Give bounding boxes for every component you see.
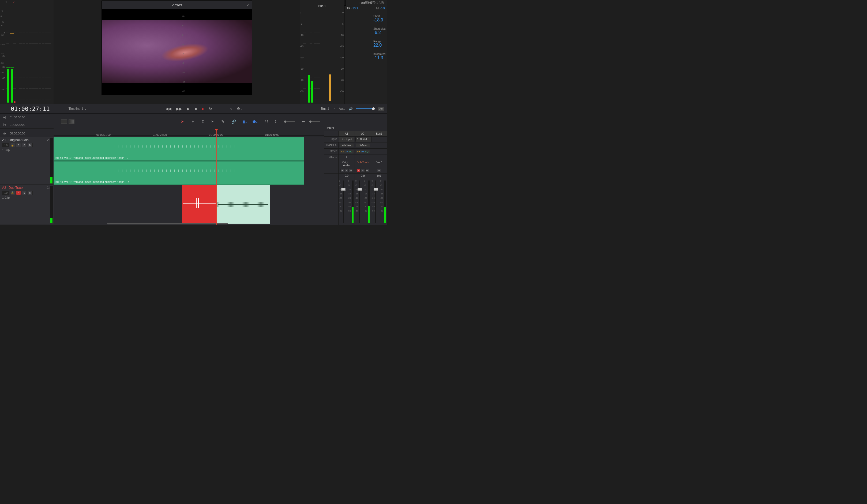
strip-name-bus1: Bus 1 <box>371 160 387 168</box>
lock-icon[interactable]: 🔒 <box>10 143 15 147</box>
clip-a1-l[interactable]: Kill Bill Vol. 1 " You and I have unfini… <box>54 137 304 161</box>
loudness-integrated: -11.3 <box>373 55 386 60</box>
effects-add-a1[interactable]: + <box>338 155 355 160</box>
solo-button-a2[interactable]: S <box>22 191 27 195</box>
tp-label: TP <box>346 7 350 10</box>
more-icon[interactable]: ⋯ <box>382 126 385 130</box>
fader-a1[interactable]: 0-5-10-15-20-30-40-50 0-5-10-15-20-30-40… <box>338 178 355 225</box>
loudness-panel: Loudness BS.1770-1 (LU) ⋯ <box>345 0 387 6</box>
playhead[interactable] <box>216 130 217 225</box>
track-gain-a2[interactable]: 0.0 <box>2 191 9 195</box>
mixer-strip-a1[interactable]: A1 <box>338 131 355 136</box>
strip-r-a1[interactable]: R <box>340 169 344 172</box>
track-clips-a1: 1 Clip <box>2 148 51 152</box>
mixer-strip-a2[interactable]: A2 <box>355 131 371 136</box>
bus-label: Bus 1 <box>300 4 344 8</box>
m-label: M <box>376 7 379 10</box>
volume-slider[interactable] <box>356 108 375 109</box>
strip-level-bus1: 0.0 <box>371 173 387 178</box>
strip-name-a2: Dub Track <box>355 160 371 168</box>
clip-a1-r[interactable]: Kill Bill Vol. 1 " You and I have unfini… <box>54 161 304 185</box>
strip-m-a2[interactable]: M <box>365 169 369 172</box>
mixer-input-a2[interactable]: 1: Built-I… <box>355 137 371 142</box>
effects-add-a2[interactable]: + <box>355 155 371 160</box>
zoom-slider-h[interactable] <box>309 121 320 122</box>
mixer-panel: Mixer ⋯ A1 A2 Bus1 Input No Input 1: Bui… <box>324 125 387 225</box>
arm-button-a1[interactable]: R <box>16 143 21 147</box>
solo-button-a1[interactable]: S <box>22 143 27 147</box>
strip-r-a2[interactable]: R <box>357 169 361 172</box>
track-clips-a2: 1 Clip <box>2 196 51 199</box>
track-header-a2[interactable]: A2 Dub Track 1.0 0.0 🔒 R S M 1 Clip <box>0 185 54 224</box>
order-a1[interactable]: FX DY EQ <box>340 150 354 153</box>
order-a2[interactable]: FX DY EQ <box>356 150 370 153</box>
scrollbar-horizontal[interactable] <box>107 223 228 225</box>
strip-m-a1[interactable]: M <box>349 169 353 172</box>
clip-waveform[interactable] <box>216 185 270 224</box>
track-gain-a1[interactable]: 0.0 <box>2 143 9 147</box>
strip-level-a2: 0.0 <box>355 173 371 178</box>
loudness-range: 22.0 <box>373 43 386 48</box>
mixer-input-a1[interactable]: No Input <box>339 137 354 142</box>
mixer-strip-bus1[interactable]: Bus1 <box>371 131 387 136</box>
loudness-standard: BS.1770-1 (LU) <box>365 1 384 4</box>
tp-value: -13.2 <box>351 7 358 10</box>
clip-recording[interactable] <box>182 185 216 224</box>
strip-level-a1: 0.0 <box>338 173 355 178</box>
mixer-title: Mixer <box>327 126 334 130</box>
strip-m-bus1[interactable]: M <box>377 169 381 172</box>
track-id-a2: A2 <box>2 186 9 190</box>
lock-icon[interactable]: 🔒 <box>10 191 15 195</box>
track-id-a1: A1 <box>2 138 9 142</box>
m-value: -3.9 <box>380 7 385 10</box>
meter-peak-1 <box>6 3 10 3</box>
expand-icon[interactable]: ⤢ <box>247 3 250 7</box>
track-name-a2[interactable]: Dub Track <box>9 186 47 190</box>
mute-button-a1[interactable]: M <box>28 143 33 147</box>
track-header-a1[interactable]: A1 Original Audio 2.0 0.0 🔒 R S M 1 Clip <box>0 137 54 185</box>
loudness-short: -18.9 <box>373 18 386 22</box>
zoom-slider-v[interactable] <box>284 121 295 122</box>
fader-a2[interactable]: 0-5-10-15-20-30-40-50 0-5-10-15-20-30-40… <box>355 178 371 225</box>
dim-button[interactable]: DIM <box>378 107 385 110</box>
strip-s-a1[interactable]: S <box>345 169 349 172</box>
effects-add-bus1[interactable]: + <box>371 155 387 160</box>
track-name-a1[interactable]: Original Audio <box>9 138 47 142</box>
meter-peak-2 <box>13 3 17 3</box>
arm-button-a2[interactable]: R <box>16 191 21 195</box>
trackfx-a1[interactable]: Dial Lev <box>340 143 354 147</box>
fader-bus1[interactable]: 0-5-10-15-20-30-40-50 0-5-10-15-20-30-40… <box>371 178 387 225</box>
trackfx-a2[interactable]: Dial Lev <box>356 143 370 147</box>
strip-s-a2[interactable]: S <box>361 169 365 172</box>
more-icon[interactable]: ⋯ <box>383 1 386 5</box>
mute-button-a2[interactable]: M <box>28 191 33 195</box>
loudness-short-max: -6.2 <box>373 30 386 35</box>
strip-name-a1: Origi…Audio <box>338 160 355 168</box>
viewer-title: Viewer <box>171 3 182 7</box>
